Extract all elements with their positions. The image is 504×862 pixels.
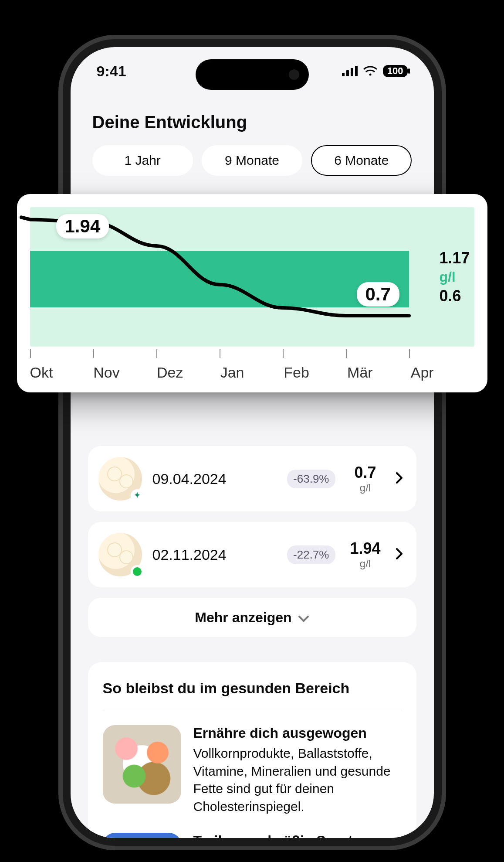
measurement-value: 1.94 g/l [346, 539, 385, 570]
tab-9-monate[interactable]: 9 Monate [202, 145, 302, 176]
tab-1-jahr[interactable]: 1 Jahr [92, 145, 193, 176]
chart-x-label: Apr [411, 364, 474, 381]
measurement-value: 0.7 g/l [346, 463, 385, 494]
tip-image-food-icon [103, 725, 181, 804]
show-more-button[interactable]: Mehr anzeigen [88, 598, 416, 637]
tip-item[interactable]: Treibe regelmäßig Sport Pro Woche werden… [103, 833, 402, 838]
tip-heading: Ernähre dich ausgewogen [193, 725, 402, 741]
meal-thumb-icon [98, 533, 142, 576]
page-title: Deine Entwicklung [92, 112, 412, 132]
battery-indicator: 100 [383, 65, 408, 77]
status-time: 9:41 [97, 63, 126, 80]
chevron-right-icon [396, 472, 403, 486]
svg-point-4 [369, 73, 371, 75]
tip-text: Vollkornprodukte, Ballaststoffe, Vitamin… [193, 745, 402, 815]
chart-y-axis-labels: 1.17 g/l 0.6 [439, 207, 470, 347]
status-right: 100 [342, 63, 408, 80]
tip-body: Ernähre dich ausgewogen Vollkornprodukte… [193, 725, 402, 815]
measurement-change: -22.7% [287, 545, 335, 564]
chart-y-lower: 0.6 [439, 287, 470, 305]
svg-rect-1 [346, 70, 349, 76]
meal-thumb-icon [98, 457, 142, 501]
sparkle-badge-icon [131, 489, 144, 502]
chart-x-ticks [30, 349, 409, 362]
measurement-row[interactable]: 09.04.2024 -63.9% 0.7 g/l [88, 446, 416, 511]
measurement-list: 09.04.2024 -63.9% 0.7 g/l [88, 446, 416, 637]
chart-x-label: Nov [93, 364, 157, 381]
measurement-change: -63.9% [287, 470, 335, 488]
tip-body: Treibe regelmäßig Sport Pro Woche werden… [193, 833, 402, 838]
measurement-row[interactable]: 02.11.2024 -22.7% 1.94 g/l [88, 522, 416, 587]
chart-x-label: Mär [347, 364, 411, 381]
chevron-down-icon [298, 610, 309, 626]
chart-x-labels: Okt Nov Dez Jan Feb Mär Apr [30, 364, 474, 381]
tab-6-monate[interactable]: 6 Monate [311, 145, 412, 176]
chart-x-label: Feb [284, 364, 347, 381]
chart-x-label: Dez [157, 364, 220, 381]
show-more-label: Mehr anzeigen [195, 610, 291, 626]
tip-image-sport-icon [103, 833, 181, 838]
chart-x-label: Jan [220, 364, 284, 381]
chart-card: 1.94 0.7 1.17 g/l 0.6 Okt Nov Dez Jan Fe… [17, 194, 487, 392]
chart-x-label: Okt [30, 364, 94, 381]
chart-start-value-badge: 1.94 [56, 214, 109, 238]
screen: 9:41 100 Deine Entwicklung 1 Jahr 9 Mona… [71, 47, 434, 838]
range-tabs: 1 Jahr 9 Monate 6 Monate [92, 145, 412, 176]
status-dot-badge-icon [131, 565, 144, 578]
phone-frame-inner: 9:41 100 Deine Entwicklung 1 Jahr 9 Mona… [63, 39, 442, 846]
chart-plot: 1.94 0.7 1.17 g/l 0.6 [30, 207, 474, 347]
tip-item[interactable]: Ernähre dich ausgewogen Vollkornprodukte… [103, 725, 402, 815]
chevron-right-icon [396, 548, 403, 562]
wifi-icon [363, 63, 378, 80]
divider [103, 710, 402, 710]
svg-rect-2 [351, 68, 353, 76]
measurement-value-unit: g/l [360, 482, 371, 494]
svg-rect-0 [342, 73, 345, 76]
phone-frame: 9:41 100 Deine Entwicklung 1 Jahr 9 Mona… [58, 35, 446, 850]
measurement-date: 09.04.2024 [152, 470, 277, 487]
dynamic-island [196, 59, 309, 90]
tip-heading: Treibe regelmäßig Sport [193, 833, 402, 838]
measurement-value-num: 1.94 [346, 539, 385, 558]
measurement-value-unit: g/l [360, 558, 371, 569]
tips-section-title: So bleibst du im gesunden Bereich [103, 680, 402, 697]
cellular-icon [342, 63, 358, 80]
camera-dot [289, 69, 299, 80]
tips-card: So bleibst du im gesunden Bereich Ernähr… [88, 662, 416, 838]
chart-y-unit: g/l [439, 269, 470, 285]
measurement-date: 02.11.2024 [152, 546, 277, 563]
chart-y-upper: 1.17 [439, 249, 470, 267]
svg-rect-3 [355, 66, 358, 76]
measurement-value-num: 0.7 [346, 463, 385, 482]
chart-end-value-badge: 0.7 [357, 282, 399, 307]
